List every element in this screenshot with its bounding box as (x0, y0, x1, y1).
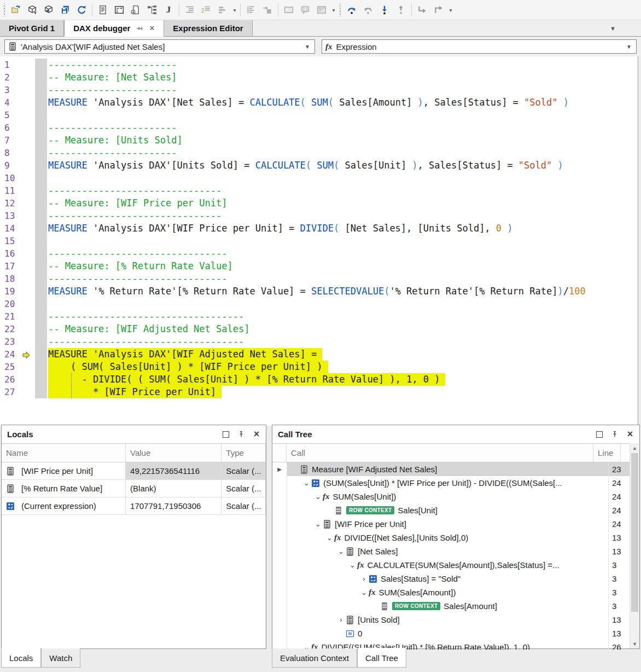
pin-icon[interactable] (611, 431, 619, 438)
breakpoint-margin[interactable] (21, 96, 35, 109)
expander-open-icon[interactable]: ⌄ (302, 479, 311, 487)
breakpoint-margin[interactable] (21, 285, 35, 298)
column-header-type[interactable]: Type (222, 444, 266, 462)
code-line[interactable]: 10 (0, 172, 638, 184)
column-header-name[interactable]: Name (2, 444, 126, 462)
call-tree-row[interactable]: ⌄fxCALCULATE(SUM(Sales[Amount]),Sales[St… (272, 558, 639, 572)
new-dax-script-button[interactable]: J (160, 2, 177, 18)
scroll-down-icon[interactable]: ▼ (630, 639, 639, 648)
breakpoint-margin[interactable] (21, 197, 35, 210)
expression-selector-combobox[interactable]: fx Expression ▼ (322, 39, 637, 54)
breakpoint-margin[interactable] (21, 109, 35, 121)
pin-icon[interactable] (136, 25, 143, 32)
toolbar-drag-handle-2[interactable] (338, 3, 342, 16)
tab-call-tree[interactable]: Call Tree (357, 648, 406, 668)
close-icon[interactable]: ✕ (149, 24, 155, 32)
chevron-down-icon[interactable]: ▼ (305, 44, 310, 50)
breakpoint-margin[interactable] (21, 386, 35, 398)
code-line[interactable]: 12-- Measure: [WIF Price per Unit] (0, 197, 638, 210)
breakpoint-margin[interactable] (21, 59, 35, 71)
breakpoint-margin[interactable] (21, 323, 35, 335)
locals-row[interactable]: [WIF Price per Unit]49,2215736541116Scal… (2, 462, 266, 480)
scroll-up-icon[interactable]: ▲ (630, 443, 639, 453)
code-line[interactable]: 6----------------------- (0, 121, 638, 134)
dropdown-caret-icon[interactable]: ▾ (330, 7, 337, 13)
new-hierarchy-button[interactable] (144, 2, 160, 18)
locals-row[interactable]: [% Return Rate Value](Blank)Scalar (... (2, 480, 266, 497)
move-into-button[interactable] (259, 2, 276, 18)
code-line[interactable]: 16-------------------------------- (0, 247, 638, 260)
call-tree-row[interactable]: ⌄[Net Sales]13 (272, 544, 639, 558)
column-header-call[interactable]: Call (287, 444, 593, 462)
expander-open-icon[interactable]: ⌄ (325, 534, 334, 542)
new-pivot-grid-button[interactable] (111, 2, 127, 18)
breakpoint-margin[interactable] (21, 121, 35, 134)
breakpoint-margin[interactable] (21, 361, 35, 373)
preview-window-button[interactable] (313, 2, 330, 18)
stop-debugging-button[interactable] (414, 2, 430, 18)
code-line[interactable]: 13------------------------------- (0, 210, 638, 222)
call-tree-row[interactable]: ⌄fxDIVIDE([Net Sales],[Units Sold],0)13 (272, 531, 639, 544)
breakpoint-margin[interactable] (21, 348, 35, 361)
code-line[interactable]: 3----------------------- (0, 84, 638, 96)
maximize-icon[interactable] (222, 431, 230, 438)
new-query-button[interactable] (127, 2, 144, 18)
call-tree-row[interactable]: ⌄[WIF Price per Unit]24 (272, 517, 639, 531)
open-report-button[interactable] (8, 2, 24, 18)
tab-watch[interactable]: Watch (41, 648, 80, 668)
breakpoint-margin[interactable] (21, 159, 35, 172)
code-line[interactable]: 21----------------------------------- (0, 310, 638, 323)
code-line[interactable]: 15 (0, 235, 638, 247)
import-model-button[interactable] (40, 2, 57, 18)
deploy-model-button[interactable] (24, 2, 40, 18)
call-tree-row[interactable]: ROW CONTEXTSales[Amount]3 (272, 599, 639, 613)
call-tree-row[interactable]: 013 (272, 627, 639, 640)
expander-open-icon[interactable]: ⌄ (348, 561, 357, 569)
code-line[interactable]: 11------------------------------- (0, 184, 638, 197)
scrollbar-thumb[interactable] (631, 453, 638, 612)
breakpoint-margin[interactable] (21, 71, 35, 84)
expander-open-icon[interactable]: ⌄ (359, 588, 369, 596)
dropdown-caret-icon[interactable]: ▾ (447, 7, 454, 13)
expander-open-icon[interactable]: ⌄ (313, 493, 323, 501)
breakpoint-margin[interactable] (21, 335, 35, 348)
code-line[interactable]: 17-- Measure: [% Return Rate Value] (0, 260, 638, 273)
code-line[interactable]: 1----------------------- (0, 59, 638, 71)
tab-locals[interactable]: Locals (1, 648, 41, 668)
code-line[interactable]: 20 (0, 298, 638, 310)
breakpoint-margin[interactable] (21, 222, 35, 235)
call-tree-row[interactable]: ⌄fxSUM(Sales[Unit])24 (272, 490, 639, 503)
code-line[interactable]: 27 * [WIF Price per Unit] (0, 386, 638, 398)
refresh-button[interactable] (73, 2, 90, 18)
format-indent-alt-button[interactable]: 2 (198, 2, 214, 18)
step-out-button[interactable] (393, 2, 409, 18)
layout-options-button[interactable] (214, 2, 231, 18)
breakpoint-margin[interactable] (21, 184, 35, 197)
breakpoint-margin[interactable] (21, 134, 35, 147)
expander-closed-icon[interactable]: › (359, 575, 369, 583)
breakpoint-margin[interactable] (21, 172, 35, 184)
call-tree-row[interactable]: ROW CONTEXTSales[Unit]24 (272, 503, 639, 517)
code-line[interactable]: 8----------------------- (0, 147, 638, 159)
breakpoint-margin[interactable] (21, 247, 35, 260)
breakpoint-margin[interactable] (21, 260, 35, 273)
column-header-value[interactable]: Value (126, 444, 222, 462)
call-tree-row[interactable]: ›Sales[Status] = "Sold"3 (272, 572, 639, 586)
breakpoint-margin[interactable] (21, 310, 35, 323)
close-icon[interactable]: × (626, 431, 634, 438)
measure-selector-combobox[interactable]: 'Analysis DAX'[WIF Adjusted Net Sales] ▼ (4, 39, 315, 54)
tab-pivot-grid-1[interactable]: Pivot Grid 1 (0, 20, 64, 36)
locals-row[interactable]: (Current expression)1707791,71950306Scal… (2, 497, 266, 515)
column-header-line[interactable]: Line (593, 444, 621, 462)
tab-evaluation-context[interactable]: Evaluation Context (272, 648, 357, 668)
code-line[interactable]: 25 ( SUM( Sales[Unit] ) * [WIF Price per… (0, 361, 638, 373)
vertical-scrollbar[interactable]: ▲ ▼ (630, 443, 639, 648)
toolbar-drag-handle[interactable] (2, 3, 7, 16)
breakpoint-margin[interactable] (21, 298, 35, 310)
message-window-button[interactable]: ! (297, 2, 313, 18)
run-to-button[interactable] (430, 2, 447, 18)
expander-open-icon[interactable]: ⌄ (336, 547, 346, 555)
breakpoint-margin[interactable] (21, 147, 35, 159)
call-tree-row[interactable]: ›[Units Sold]13 (272, 613, 639, 627)
step-back-button[interactable] (360, 2, 376, 18)
